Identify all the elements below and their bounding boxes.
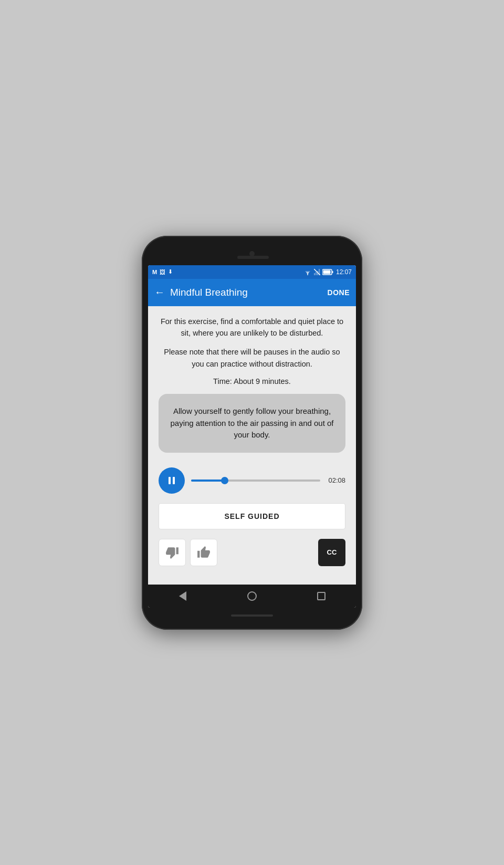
battery-icon xyxy=(322,269,334,275)
svg-rect-12 xyxy=(169,477,171,484)
time-display: 12:07 xyxy=(336,268,352,276)
self-guided-button[interactable]: SELF GUIDED xyxy=(159,503,345,529)
quote-box: Allow yourself to gently follow your bre… xyxy=(159,394,345,453)
quote-text: Allow yourself to gently follow your bre… xyxy=(170,407,333,439)
svg-rect-5 xyxy=(316,272,317,275)
progress-fill xyxy=(191,480,225,482)
paragraph-1: For this exercise, find a comfortable an… xyxy=(159,316,345,339)
phone-top-bar xyxy=(148,242,356,265)
svg-marker-2 xyxy=(307,273,308,274)
thumbs-up-button[interactable] xyxy=(190,539,217,566)
image-icon: 🖼 xyxy=(160,269,165,275)
svg-rect-11 xyxy=(323,270,330,274)
home-nav-icon xyxy=(247,591,257,601)
progress-bar[interactable] xyxy=(191,480,320,482)
app-bar-title: Mindful Breathing xyxy=(170,287,248,298)
progress-thumb xyxy=(221,477,228,484)
thumbs-up-icon xyxy=(197,546,211,559)
self-guided-section: SELF GUIDED xyxy=(148,501,356,537)
svg-point-3 xyxy=(307,274,308,275)
gmail-icon: M xyxy=(152,269,157,275)
back-nav-icon xyxy=(179,591,186,601)
app-bar-left: ← Mindful Breathing xyxy=(154,286,248,298)
signal-icon xyxy=(314,269,320,275)
status-bar-right: 12:07 xyxy=(303,268,352,276)
svg-rect-10 xyxy=(332,271,333,273)
app-bar: ← Mindful Breathing DONE xyxy=(148,279,356,306)
cc-button[interactable]: CC xyxy=(318,539,345,566)
nav-home-button[interactable] xyxy=(244,588,260,604)
wifi-icon xyxy=(303,269,312,275)
pause-icon xyxy=(167,476,176,485)
download-icon: ⬇ xyxy=(168,268,173,275)
svg-rect-4 xyxy=(314,273,315,275)
phone-screen: M 🖼 ⬇ xyxy=(148,265,356,608)
phone-speaker xyxy=(237,256,269,259)
phone-device: M 🖼 ⬇ xyxy=(142,236,362,630)
progress-track xyxy=(191,480,320,482)
nav-back-button[interactable] xyxy=(175,588,191,604)
phone-bottom-indicator xyxy=(231,614,273,617)
paragraph-2: Please note that there will be pauses in… xyxy=(159,346,345,370)
thumbs-down-button[interactable] xyxy=(159,539,186,566)
thumbs-down-icon xyxy=(165,546,179,559)
back-button[interactable]: ← xyxy=(154,286,165,298)
recents-nav-icon xyxy=(317,592,326,600)
time-info: Time: About 9 minutes. xyxy=(148,377,356,385)
done-button[interactable]: DONE xyxy=(328,288,350,297)
main-content: For this exercise, find a comfortable an… xyxy=(148,306,356,585)
bottom-navigation xyxy=(148,585,356,608)
time-elapsed: 02:08 xyxy=(327,476,345,484)
phone-bottom-bar xyxy=(148,608,356,623)
feedback-section: CC xyxy=(148,537,356,574)
svg-rect-13 xyxy=(173,477,175,484)
audio-player: 02:08 xyxy=(148,463,356,501)
status-bar: M 🖼 ⬇ xyxy=(148,265,356,279)
status-bar-left: M 🖼 ⬇ xyxy=(152,268,173,275)
pause-button[interactable] xyxy=(159,467,185,494)
nav-recents-button[interactable] xyxy=(313,588,329,604)
cc-label: CC xyxy=(327,548,337,556)
intro-section: For this exercise, find a comfortable an… xyxy=(148,306,356,378)
